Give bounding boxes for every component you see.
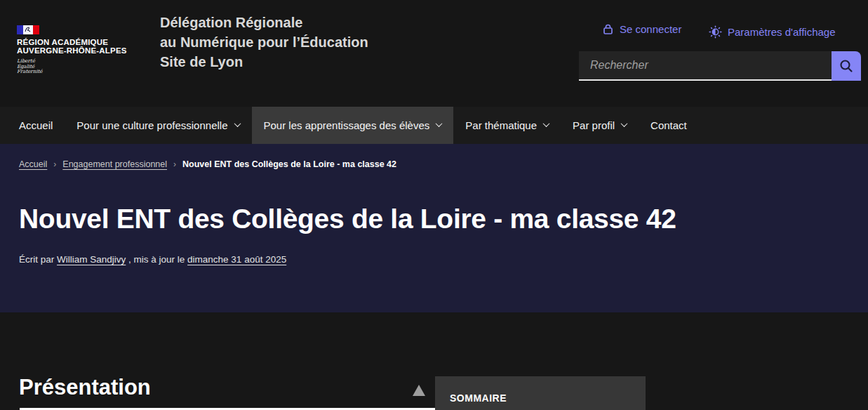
gov-logo[interactable]: RÉGION ACADÉMIQUE AUVERGNE-RHÔNE-ALPES L…	[17, 25, 127, 75]
nav-item-label: Accueil	[19, 119, 53, 131]
nav-item-5[interactable]: Contact	[639, 107, 699, 144]
breadcrumb: Accueil›Engagement professionnel›Nouvel …	[19, 159, 396, 169]
collapse-arrow-icon[interactable]	[413, 385, 425, 396]
nav-item-label: Pour les apprentissages des élèves	[264, 119, 430, 131]
search-bar	[579, 51, 861, 81]
toc-panel: SOMMAIRE	[435, 376, 646, 410]
display-settings-link[interactable]: Paramètres d'affichage	[709, 25, 836, 39]
breadcrumb-current: Nouvel ENT des Collèges de la Loire - ma…	[182, 159, 396, 169]
french-flag-icon	[17, 25, 39, 34]
site-title[interactable]: Délégation Régionale au Numérique pour l…	[160, 13, 368, 72]
nav-item-1[interactable]: Pour une culture professionnelle	[65, 107, 251, 144]
login-link[interactable]: Se connecter	[602, 23, 681, 35]
site-title-line3: Site de Lyon	[160, 52, 368, 72]
updated-date-link[interactable]: dimanche 31 août 2025	[187, 254, 286, 265]
site-title-line1: Délégation Régionale	[160, 13, 368, 32]
logo-motto: LibertéÉgalitéFraternité	[17, 59, 127, 75]
display-settings-label: Paramètres d'affichage	[728, 26, 836, 38]
page: RÉGION ACADÉMIQUE AUVERGNE-RHÔNE-ALPES L…	[0, 0, 868, 410]
search-input[interactable]	[579, 51, 832, 81]
breadcrumb-link-0[interactable]: Accueil	[19, 159, 47, 169]
nav-item-4[interactable]: Par profil	[561, 107, 639, 144]
byline-middle: , mis à jour le	[126, 254, 187, 265]
nav-item-2[interactable]: Pour les apprentissages des élèves	[252, 107, 454, 144]
byline-prefix: Écrit par	[19, 254, 57, 265]
chevron-down-icon	[234, 120, 241, 127]
nav-item-label: Contact	[650, 119, 687, 131]
page-title: Nouvel ENT des Collèges de la Loire - ma…	[19, 204, 676, 234]
hero-section: Accueil›Engagement professionnel›Nouvel …	[0, 144, 868, 312]
breadcrumb-link-1[interactable]: Engagement professionnel	[62, 159, 167, 169]
nav-item-label: Par profil	[573, 119, 615, 131]
nav-item-label: Par thématique	[465, 119, 537, 131]
theme-icon	[709, 25, 722, 39]
logo-text-line1: RÉGION ACADÉMIQUE	[17, 38, 127, 46]
breadcrumb-separator-icon: ›	[173, 159, 176, 169]
chevron-down-icon	[543, 120, 550, 127]
marianne-icon	[24, 26, 32, 34]
motto-line: Fraternité	[17, 70, 127, 75]
header: RÉGION ACADÉMIQUE AUVERGNE-RHÔNE-ALPES L…	[0, 0, 868, 107]
logo-text-line2: AUVERGNE-RHÔNE-ALPES	[17, 46, 127, 55]
site-title-line2: au Numérique pour l’Éducation	[160, 32, 368, 52]
section-title: Présentation	[19, 375, 151, 400]
author-link[interactable]: William Sandjivy	[57, 254, 126, 265]
nav-item-3[interactable]: Par thématique	[453, 107, 561, 144]
lock-icon	[602, 23, 614, 35]
content-section: Présentation SOMMAIRE	[0, 312, 868, 410]
nav-item-0[interactable]: Accueil	[7, 107, 65, 144]
search-button[interactable]	[832, 51, 861, 81]
main-nav: AccueilPour une culture professionnelleP…	[0, 107, 868, 144]
breadcrumb-separator-icon: ›	[53, 159, 56, 169]
login-label: Se connecter	[620, 23, 681, 35]
chevron-down-icon	[436, 120, 443, 127]
search-icon	[839, 58, 854, 74]
nav-item-label: Pour une culture professionnelle	[76, 119, 227, 131]
toc-title: SOMMAIRE	[435, 376, 646, 404]
chevron-down-icon	[621, 120, 628, 127]
byline: Écrit par William Sandjivy , mis à jour …	[19, 254, 286, 265]
